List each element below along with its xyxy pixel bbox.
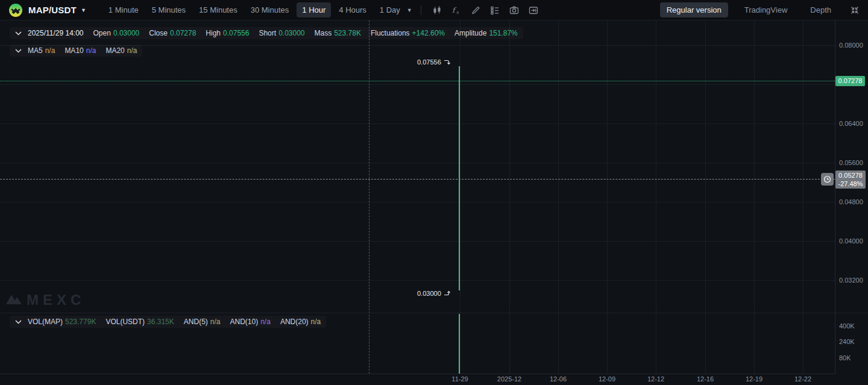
- timeframe-1-day[interactable]: 1 Day: [374, 2, 406, 17]
- volume-axis-tick: 80K: [839, 354, 851, 362]
- chart-canvas[interactable]: MEXC 0.07556 0.03000 0.08000 0.06400 0: [0, 20, 868, 385]
- x-axis-tick: 12-09: [595, 375, 619, 383]
- ohlc-info-bar: 2025/11/29 14:00 Open 0.03000 Close 0.07…: [10, 27, 523, 39]
- candlestick[interactable]: [459, 66, 460, 290]
- low-price-annotation: 0.03000: [417, 290, 451, 297]
- gridline: [754, 20, 755, 374]
- pane-divider[interactable]: [0, 313, 868, 313]
- high-price-annotation: 0.07556: [417, 58, 451, 66]
- x-axis-line: [0, 374, 835, 374]
- y-axis-tick: 0.08000: [839, 41, 863, 49]
- timeframe-5-minutes[interactable]: 5 Minutes: [146, 2, 191, 17]
- indicator-fx-icon[interactable]: f x: [451, 5, 462, 16]
- vol-map-label: VOL(MAP): [28, 318, 63, 326]
- fullscreen-icon[interactable]: [850, 5, 860, 15]
- timeframe-30-minutes[interactable]: 30 Minutes: [245, 2, 295, 17]
- vol-map-value: 523.779K: [65, 318, 96, 326]
- mexc-logo-icon[interactable]: [8, 3, 23, 17]
- candlestick-type-icon[interactable]: [432, 5, 442, 16]
- x-axis-tick: 12-19: [742, 375, 766, 383]
- x-axis-tick: 12-16: [693, 375, 717, 383]
- y-axis-tick: 0.04800: [839, 198, 863, 206]
- display-settings-icon[interactable]: [489, 5, 500, 16]
- gridline: [0, 280, 835, 281]
- change-value: +142.60%: [412, 29, 445, 37]
- gridline: [656, 20, 656, 374]
- trading-chart-window: MAP/USDT ▼ 1 Minute 5 Minutes 15 Minutes…: [0, 0, 868, 385]
- volume-value: 523.78K: [334, 29, 361, 37]
- gridline: [509, 20, 510, 374]
- gridline: [0, 241, 835, 242]
- ma10-value: n/a: [86, 46, 96, 55]
- ma20-value: n/a: [127, 46, 137, 55]
- x-axis-tick: 11-29: [448, 375, 472, 383]
- ma10-label: MA10: [64, 46, 83, 55]
- draw-pencil-icon[interactable]: [470, 5, 481, 16]
- close-price-dotted-line: [0, 81, 835, 81]
- and10-value: n/a: [260, 318, 271, 326]
- collapse-chevron-icon[interactable]: [15, 31, 22, 36]
- high-label: High: [206, 29, 221, 37]
- view-switcher: Regular version TradingView Depth: [655, 2, 860, 17]
- last-price-change: -27.48%: [835, 180, 866, 188]
- mexc-watermark: MEXC: [5, 290, 90, 309]
- gridline: [803, 20, 804, 374]
- ma5-label: MA5: [28, 46, 43, 55]
- low-price-label: 0.03000: [417, 290, 441, 297]
- and5-label: AND(5): [184, 318, 208, 326]
- volume-axis-tick: 240K: [839, 338, 855, 346]
- gridline: [607, 20, 608, 374]
- close-price-badge: 0.07278: [835, 76, 865, 86]
- y-axis-line: [835, 20, 835, 374]
- tab-regular-version[interactable]: Regular version: [660, 2, 728, 17]
- countdown-clock-icon: [823, 175, 831, 183]
- volume-bar[interactable]: [459, 314, 460, 374]
- screenshot-camera-icon[interactable]: [509, 5, 520, 16]
- and10-label: AND(10): [230, 318, 259, 326]
- tab-depth[interactable]: Depth: [804, 2, 838, 17]
- y-axis-tick: 0.03200: [839, 276, 863, 284]
- jump-to-latest-icon[interactable]: [528, 5, 539, 16]
- volume-axis-tick: 400K: [839, 322, 855, 330]
- timeframe-1-hour[interactable]: 1 Hour: [297, 2, 331, 17]
- low-label: Short: [259, 29, 276, 37]
- and5-value: n/a: [210, 318, 221, 326]
- x-axis-tick: 12-22: [791, 375, 815, 383]
- x-axis-tick: 12-06: [546, 375, 570, 383]
- timeframe-1-minute[interactable]: 1 Minute: [103, 2, 144, 17]
- gridline: [0, 124, 835, 124]
- candle-datetime: 2025/11/29 14:00: [28, 29, 84, 37]
- collapse-chevron-icon[interactable]: [15, 320, 22, 324]
- vol-usdt-label: VOL(USDT): [105, 318, 145, 326]
- timeframe-group: 1 Minute 5 Minutes 15 Minutes 30 Minutes…: [102, 2, 415, 17]
- and20-value: n/a: [311, 318, 321, 326]
- pair-dropdown-caret-icon[interactable]: ▼: [81, 7, 86, 13]
- data-start-dashed-line: [369, 20, 370, 374]
- change-label: Fluctuations: [371, 29, 410, 37]
- gridline: [0, 202, 835, 202]
- pair-selector[interactable]: MAP/USDT: [28, 5, 77, 15]
- svg-text:MEXC: MEXC: [27, 292, 85, 308]
- chart-tools: f x: [427, 5, 543, 16]
- y-axis-tick: 0.05600: [839, 158, 863, 167]
- tab-tradingview[interactable]: TradingView: [738, 2, 794, 17]
- ma-info-bar: MA5 n/a MA10 n/a MA20 n/a: [10, 45, 142, 57]
- collapse-chevron-icon[interactable]: [15, 49, 22, 53]
- y-axis-tick: 0.06400: [839, 119, 863, 128]
- gridline: [558, 20, 559, 374]
- open-value: 0.03000: [113, 29, 139, 37]
- vol-usdt-value: 36.315K: [147, 318, 174, 326]
- high-value: 0.07556: [223, 29, 249, 37]
- countdown-toggle[interactable]: [821, 173, 834, 186]
- gridline: [0, 163, 835, 163]
- timeframe-4-hours[interactable]: 4 Hours: [333, 2, 372, 17]
- high-price-label: 0.07556: [417, 58, 441, 66]
- timeframe-15-minutes[interactable]: 15 Minutes: [193, 2, 243, 17]
- last-price-badge[interactable]: 0.05278 -27.48%: [835, 171, 866, 189]
- gridline: [0, 84, 835, 85]
- gridline: [705, 20, 706, 374]
- open-label: Open: [93, 29, 111, 37]
- x-axis-tick: 12-12: [644, 375, 668, 383]
- x-axis-tick: 2025-12: [493, 375, 526, 383]
- timeframe-dropdown-caret-icon[interactable]: ▼: [407, 7, 412, 13]
